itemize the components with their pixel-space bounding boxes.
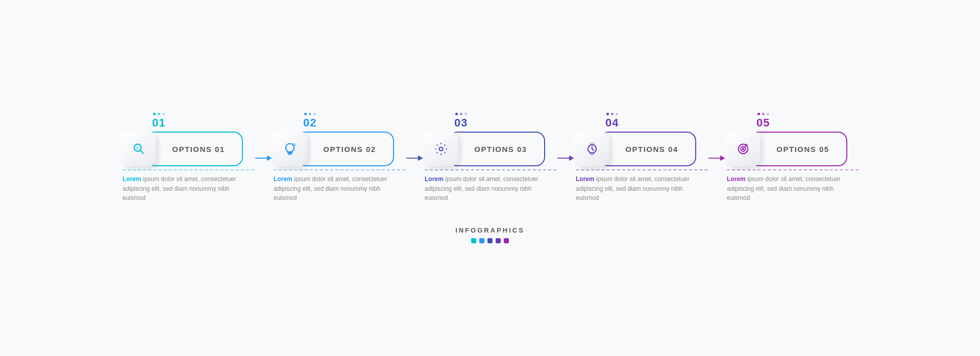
step-label-1: OPTIONS 01 (172, 145, 225, 154)
step-desc-wrap-4: Lorem ipsum dolor sit amet, consectetuer… (576, 166, 707, 203)
step-box-row-4: OPTIONS 04 (575, 132, 696, 166)
arrow-4 (707, 152, 726, 164)
arrow-2 (405, 152, 424, 164)
step-desc-2: Lorem ipsum dolor sit amet, consectetuer… (274, 174, 405, 203)
step-dashed-line-2 (274, 169, 405, 170)
step-number-4: 04 (605, 116, 619, 130)
step-box-1: OPTIONS 01 (146, 132, 243, 166)
footer-title: INFOGRAPHICS (455, 226, 525, 234)
step-number-5: 05 (756, 116, 770, 130)
svg-rect-10 (591, 143, 594, 145)
step-group-5: 05 OPTIONS 05Lorem ipsum dolor sit amet,… (726, 113, 859, 203)
step-group-2: 02 OPTIONS 02Lorem ipsum dolor sit amet,… (273, 113, 405, 203)
svg-point-5 (293, 144, 296, 146)
step-dashed-line-1 (122, 169, 254, 170)
footer-dot-1 (471, 238, 476, 243)
step-box-2: OPTIONS 02 (297, 132, 394, 166)
step-desc-wrap-3: Lorem ipsum dolor sit amet, consectetuer… (425, 166, 556, 203)
step-box-row-3: OPTIONS 03 (424, 132, 545, 166)
step-top-dots-5 (757, 113, 769, 115)
step-box-row-1: OPTIONS 01 (121, 132, 243, 166)
svg-rect-11 (591, 153, 594, 155)
step-top-dots-2 (304, 113, 316, 115)
footer-dots (471, 238, 509, 243)
steps-row: 01 OPTIONS 01Lorem ipsum dolor sit amet,… (121, 113, 859, 203)
step-group-4: 04 OPTIONS 04Lorem ipsum dolor sit amet,… (575, 113, 707, 203)
step-icon-2 (273, 132, 307, 166)
step-number-2: 02 (303, 116, 316, 130)
step-icon-5 (726, 132, 761, 166)
footer-dot-3 (487, 238, 493, 243)
step-number-1: 01 (152, 116, 165, 130)
step-box-row-5: OPTIONS 05 (726, 132, 847, 166)
step-label-2: OPTIONS 02 (323, 145, 376, 154)
svg-point-15 (743, 148, 744, 149)
step-top-dots-1 (153, 113, 165, 115)
step-group-3: 03 OPTIONS 03Lorem ipsum dolor sit amet,… (424, 113, 556, 203)
infographic-wrapper: 01 OPTIONS 01Lorem ipsum dolor sit amet,… (0, 113, 980, 243)
step-dashed-line-5 (727, 169, 859, 170)
step-desc-wrap-1: Lorem ipsum dolor sit amet, consectetuer… (122, 166, 254, 203)
step-icon-1 (121, 132, 156, 166)
step-top-dots-4 (606, 113, 618, 115)
svg-point-7 (439, 147, 443, 151)
step-desc-5: Lorem ipsum dolor sit amet, consectetuer… (727, 174, 859, 203)
step-label-5: OPTIONS 05 (776, 145, 829, 154)
step-number-3: 03 (454, 116, 468, 130)
footer: INFOGRAPHICS (455, 226, 525, 243)
svg-point-2 (136, 146, 139, 149)
arrow-3 (556, 152, 575, 164)
step-dashed-line-3 (425, 169, 556, 170)
step-desc-3: Lorem ipsum dolor sit amet, consectetuer… (425, 174, 556, 203)
step-top-dots-3 (455, 113, 467, 115)
step-box-3: OPTIONS 03 (448, 132, 545, 166)
footer-dot-5 (504, 238, 509, 243)
footer-dot-4 (496, 238, 501, 243)
step-box-4: OPTIONS 04 (599, 132, 696, 166)
arrow-1 (254, 152, 273, 164)
step-desc-1: Lorem ipsum dolor sit amet, consectetuer… (122, 174, 254, 203)
step-icon-3 (424, 132, 458, 166)
svg-line-1 (140, 150, 143, 154)
step-label-4: OPTIONS 04 (625, 145, 678, 154)
step-box-5: OPTIONS 05 (750, 132, 847, 166)
step-label-3: OPTIONS 03 (474, 145, 527, 154)
step-desc-wrap-5: Lorem ipsum dolor sit amet, consectetuer… (727, 166, 859, 203)
step-desc-4: Lorem ipsum dolor sit amet, consectetuer… (576, 174, 707, 203)
footer-dot-2 (479, 238, 484, 243)
step-icon-4 (575, 132, 609, 166)
step-desc-wrap-2: Lorem ipsum dolor sit amet, consectetuer… (274, 166, 405, 203)
step-dashed-line-4 (576, 169, 707, 170)
step-group-1: 01 OPTIONS 01Lorem ipsum dolor sit amet,… (121, 113, 254, 203)
step-box-row-2: OPTIONS 02 (273, 132, 394, 166)
